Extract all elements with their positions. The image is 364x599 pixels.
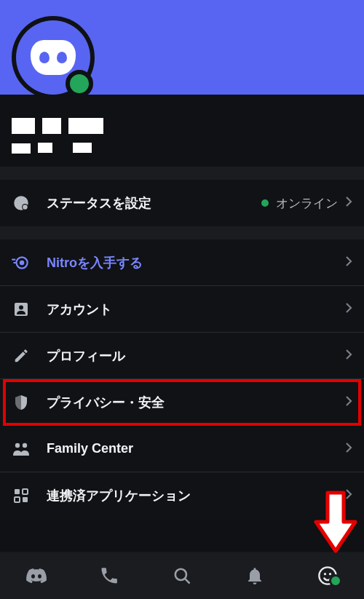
discord-logo-icon [31,40,76,75]
privacy-safety-row[interactable]: プライバシー・安全 [0,379,364,426]
status-dot-online [66,70,93,98]
status-icon [12,194,31,213]
section-divider [0,226,364,239]
chevron-right-icon [345,442,352,456]
family-icon [12,440,31,459]
nitro-row[interactable]: Nitroを入手する [0,239,364,286]
svg-rect-9 [15,489,20,494]
chevron-right-icon [345,302,352,317]
online-pip [329,574,342,587]
svg-point-16 [324,573,326,575]
family-center-label: Family Center [47,441,345,456]
bottom-nav [0,552,364,599]
profile-row[interactable]: プロフィール [0,333,364,379]
current-status-text: オンライン [276,195,338,212]
svg-point-7 [15,443,20,447]
svg-rect-11 [15,497,20,502]
current-status: オンライン [261,195,338,212]
account-row[interactable]: アカウント [0,286,364,333]
chevron-right-icon [345,349,352,363]
status-section: ステータスを設定 オンライン [0,180,364,226]
set-status-row[interactable]: ステータスを設定 オンライン [0,180,364,226]
settings-section: Nitroを入手する アカウント プロフィール [0,239,364,519]
svg-rect-10 [23,489,28,494]
nitro-icon [12,253,31,272]
set-status-label: ステータスを設定 [47,194,261,212]
pencil-icon [12,346,31,365]
svg-point-6 [19,305,23,309]
bell-icon [246,566,264,585]
chevron-right-icon [345,488,352,503]
shield-icon [12,393,31,412]
nav-notifications[interactable] [232,558,278,593]
nav-search[interactable] [159,558,205,593]
authorized-apps-row[interactable]: 連携済アプリケーション [0,472,364,519]
nav-servers[interactable] [13,558,60,593]
svg-line-14 [185,579,189,582]
phone-friend-icon [99,566,119,586]
section-divider [0,167,364,180]
svg-rect-12 [23,497,28,502]
apps-icon [12,486,31,505]
discord-icon [25,567,47,584]
account-icon [12,300,31,319]
username [12,141,352,154]
svg-point-4 [20,260,25,265]
chevron-right-icon [345,395,352,410]
avatar[interactable] [12,16,95,99]
svg-point-2 [23,205,27,210]
search-icon [173,566,191,585]
profile-label: プロフィール [47,347,345,365]
display-name [12,118,352,134]
account-label: アカウント [47,301,345,318]
profile-name-area [0,95,364,167]
profile-banner [0,0,364,95]
chevron-right-icon [345,196,352,210]
authorized-apps-label: 連携済アプリケーション [47,487,345,504]
privacy-highlight: プライバシー・安全 [0,379,364,426]
nav-friends[interactable] [86,558,132,593]
family-center-row[interactable]: Family Center [0,426,364,472]
svg-point-8 [23,443,27,447]
nitro-label: Nitroを入手する [47,254,345,271]
chevron-right-icon [345,255,352,270]
status-dot-icon [261,199,269,207]
privacy-safety-label: プライバシー・安全 [47,394,345,411]
nav-profile[interactable] [304,558,351,593]
